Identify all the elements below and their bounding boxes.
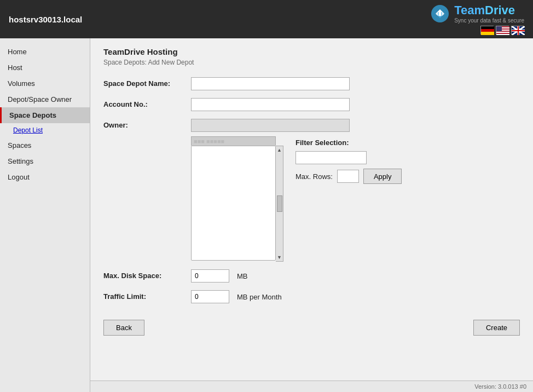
- sidebar-item-host[interactable]: Host: [0, 60, 90, 76]
- sidebar-item-spaces[interactable]: Spaces: [0, 137, 90, 153]
- page-title: TeamDrive Hosting: [103, 47, 520, 56]
- account-no-label: Account No.:: [103, 98, 191, 108]
- max-rows-input[interactable]: [337, 170, 359, 183]
- breadcrumb: Space Depots: Add New Depot: [103, 59, 520, 66]
- language-flags: [480, 26, 524, 34]
- sidebar-item-settings[interactable]: Settings: [0, 153, 90, 169]
- apply-button[interactable]: Apply: [363, 169, 402, 184]
- flag-us[interactable]: [496, 26, 509, 34]
- disk-space-label: Max. Disk Space:: [103, 269, 191, 280]
- form-row-disk-space: Max. Disk Space: MB: [103, 269, 520, 283]
- bottom-buttons: Back Create: [103, 320, 520, 341]
- svg-rect-2: [481, 29, 494, 32]
- add-depot-form: Space Depot Name: Account No.: Owner:: [103, 77, 520, 341]
- footer: Version: 3.0.013 #0: [90, 381, 533, 392]
- back-button[interactable]: Back: [103, 320, 144, 336]
- form-row-depot-name: Space Depot Name:: [103, 77, 520, 90]
- flag-gb[interactable]: [511, 26, 524, 34]
- teamdrive-icon: [429, 4, 451, 24]
- owner-input: [191, 119, 350, 132]
- traffic-limit-input[interactable]: [191, 290, 229, 303]
- hostname: hostsrv30013.local: [9, 15, 82, 24]
- traffic-limit-unit: MB per Month: [237, 293, 282, 301]
- filter-row-maxrows: Max. Rows: Apply: [296, 169, 402, 184]
- version-text: Version: 3.0.013 #0: [474, 383, 526, 390]
- filter-selection-label: Filter Selection:: [296, 139, 402, 147]
- svg-rect-9: [496, 26, 502, 31]
- logo-title: TeamDrive: [454, 4, 524, 17]
- flag-de[interactable]: [480, 26, 494, 34]
- form-row-owner: Owner: ■■■ ■■■■■: [103, 119, 520, 262]
- traffic-limit-field: MB per Month: [191, 290, 520, 303]
- header: hostsrv30013.local TeamDrive Sync your d…: [0, 0, 533, 38]
- form-row-traffic-limit: Traffic Limit: MB per Month: [103, 290, 520, 303]
- svg-rect-8: [496, 34, 509, 35]
- listbox-scrollbar: ▲ ▼: [276, 146, 283, 262]
- logo-text: TeamDrive Sync your data fast & secure: [454, 4, 524, 23]
- sidebar-item-space-depots[interactable]: Space Depots: [0, 107, 90, 123]
- scroll-down-icon[interactable]: ▼: [277, 255, 282, 260]
- filter-panel: Filter Selection: Max. Rows: Apply: [296, 136, 402, 184]
- logo-subtitle: Sync your data fast & secure: [454, 18, 524, 24]
- owner-listbox[interactable]: [191, 146, 276, 261]
- sidebar: Home Host Volumes Depot/Space Owner Spac…: [0, 38, 90, 392]
- depot-name-label: Space Depot Name:: [103, 77, 191, 88]
- sidebar-item-depot-space-owner[interactable]: Depot/Space Owner: [0, 91, 90, 107]
- account-no-field: [191, 98, 520, 111]
- owner-field: ■■■ ■■■■■ ▲ ▼: [191, 119, 520, 262]
- scroll-up-icon[interactable]: ▲: [277, 147, 282, 153]
- depot-name-input[interactable]: [191, 77, 350, 90]
- form-row-account-no: Account No.:: [103, 98, 520, 111]
- owner-listbox-wrap: ■■■ ■■■■■ ▲ ▼: [191, 136, 287, 262]
- max-rows-label: Max. Rows:: [296, 172, 333, 181]
- sidebar-item-logout[interactable]: Logout: [0, 169, 90, 185]
- svg-rect-3: [481, 32, 494, 35]
- owner-label: Owner:: [103, 119, 191, 129]
- depot-name-field: [191, 77, 520, 90]
- disk-space-field: MB: [191, 269, 520, 283]
- content-area: TeamDrive Hosting Space Depots: Add New …: [90, 38, 533, 392]
- main-layout: Home Host Volumes Depot/Space Owner Spac…: [0, 38, 533, 392]
- scroll-thumb: [277, 195, 282, 212]
- header-right: TeamDrive Sync your data fast & secure: [429, 4, 524, 34]
- traffic-limit-label: Traffic Limit:: [103, 290, 191, 301]
- account-no-input[interactable]: [191, 98, 350, 111]
- listbox-header: ■■■ ■■■■■: [191, 136, 276, 146]
- logo: TeamDrive Sync your data fast & secure: [429, 4, 524, 24]
- disk-space-unit: MB: [237, 272, 248, 280]
- sidebar-item-home[interactable]: Home: [0, 44, 90, 60]
- sidebar-item-depot-list[interactable]: Depot List: [0, 123, 90, 137]
- disk-space-input[interactable]: [191, 269, 229, 283]
- svg-rect-7: [496, 32, 509, 33]
- create-button[interactable]: Create: [473, 320, 520, 336]
- svg-rect-1: [481, 26, 494, 29]
- sidebar-item-volumes[interactable]: Volumes: [0, 76, 90, 91]
- filter-input[interactable]: [296, 151, 367, 164]
